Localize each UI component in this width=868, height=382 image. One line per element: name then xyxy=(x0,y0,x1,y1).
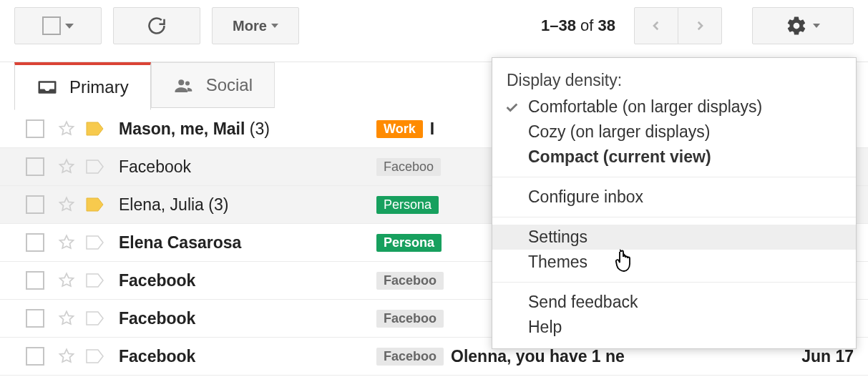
tab-social[interactable]: Social xyxy=(151,62,275,108)
row-checkbox[interactable] xyxy=(26,309,44,328)
row-label[interactable]: Persona xyxy=(376,196,439,214)
next-page-button[interactable] xyxy=(678,7,722,44)
star-icon[interactable] xyxy=(57,309,76,328)
row-sender: Mason, me, Mail (3) xyxy=(119,119,376,139)
row-subject: Olenna, you have 1 ne xyxy=(451,347,775,366)
svg-point-0 xyxy=(178,79,184,85)
row-checkbox[interactable] xyxy=(26,271,44,290)
menu-density-comfortable[interactable]: Comfortable (on larger displays) xyxy=(492,94,856,119)
people-icon xyxy=(173,74,195,96)
row-sender: Facebook xyxy=(119,157,376,177)
menu-themes[interactable]: Themes xyxy=(492,250,856,275)
menu-header: Display density: xyxy=(492,67,856,94)
row-sender: Elena Casarosa xyxy=(119,233,376,253)
refresh-icon xyxy=(147,16,167,36)
refresh-button[interactable] xyxy=(113,7,200,44)
important-icon[interactable] xyxy=(86,122,104,136)
row-checkbox[interactable] xyxy=(26,157,44,176)
row-label[interactable]: Work xyxy=(376,120,423,138)
row-sender: Elena, Julia (3) xyxy=(119,195,376,215)
row-sender: Facebook xyxy=(119,347,376,366)
prev-page-button[interactable] xyxy=(634,7,678,44)
chevron-down-icon xyxy=(813,24,820,28)
row-checkbox[interactable] xyxy=(26,233,44,252)
important-icon[interactable] xyxy=(86,311,104,325)
important-icon[interactable] xyxy=(86,160,104,174)
tab-label: Social xyxy=(206,75,253,95)
row-label[interactable]: Faceboo xyxy=(376,348,444,366)
select-all-dropdown[interactable] xyxy=(14,7,102,44)
inbox-icon xyxy=(36,77,58,98)
important-icon[interactable] xyxy=(86,235,104,250)
row-label[interactable]: Faceboo xyxy=(376,310,444,328)
row-checkbox[interactable] xyxy=(26,119,44,138)
more-dropdown[interactable]: More xyxy=(212,7,299,44)
tab-primary[interactable]: Primary xyxy=(14,62,151,110)
row-checkbox[interactable] xyxy=(26,195,44,214)
menu-help[interactable]: Help xyxy=(492,315,856,340)
menu-settings[interactable]: Settings xyxy=(492,225,856,250)
menu-configure-inbox[interactable]: Configure inbox xyxy=(492,185,856,210)
svg-point-1 xyxy=(185,82,190,86)
star-icon[interactable] xyxy=(57,195,76,214)
row-label[interactable]: Persona xyxy=(376,234,442,252)
row-label[interactable]: Faceboo xyxy=(376,272,444,290)
check-icon xyxy=(504,99,520,115)
menu-send-feedback[interactable]: Send feedback xyxy=(492,290,856,315)
important-icon[interactable] xyxy=(86,273,104,288)
important-icon[interactable] xyxy=(86,197,104,212)
tab-label: Primary xyxy=(69,77,129,97)
star-icon[interactable] xyxy=(57,157,76,176)
gear-icon xyxy=(786,15,807,36)
chevron-left-icon xyxy=(650,16,663,35)
pagination-nav xyxy=(634,7,722,44)
star-icon[interactable] xyxy=(57,233,76,252)
star-icon[interactable] xyxy=(57,347,76,366)
row-sender: Facebook xyxy=(119,271,376,290)
star-icon[interactable] xyxy=(57,271,76,290)
star-icon[interactable] xyxy=(57,119,76,138)
chevron-down-icon xyxy=(65,24,74,29)
checkbox-icon xyxy=(42,16,61,35)
row-label[interactable]: Faceboo xyxy=(376,158,441,176)
settings-dropdown-button[interactable] xyxy=(752,7,854,44)
chevron-right-icon xyxy=(693,16,706,35)
row-date: Jun 17 xyxy=(775,347,854,366)
toolbar: More 1–38 of 38 xyxy=(0,0,868,52)
row-checkbox[interactable] xyxy=(26,347,44,366)
menu-density-cozy[interactable]: Cozy (on larger displays) xyxy=(492,119,856,145)
pagination-label: 1–38 of 38 xyxy=(541,16,615,35)
more-label: More xyxy=(233,18,267,34)
row-sender: Facebook xyxy=(119,309,376,328)
important-icon[interactable] xyxy=(86,349,104,363)
chevron-down-icon xyxy=(271,24,278,28)
menu-density-compact[interactable]: Compact (current view) xyxy=(492,145,856,170)
settings-menu: Display density: Comfortable (on larger … xyxy=(492,57,857,349)
